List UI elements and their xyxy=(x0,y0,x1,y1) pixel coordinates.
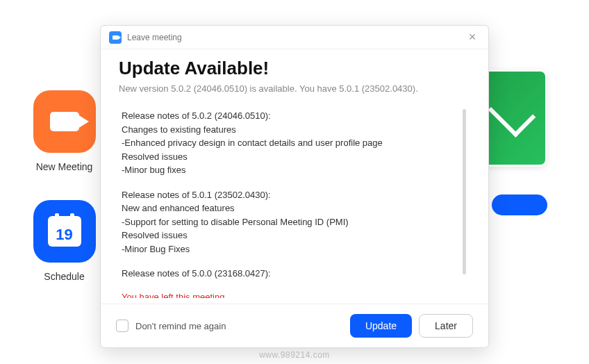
notes-line: Resolved issues xyxy=(122,150,458,164)
notes-line: -Minor Bug Fixes xyxy=(122,242,458,256)
video-icon xyxy=(33,90,96,153)
notes-line: -Support for setting to disable Personal… xyxy=(122,215,458,229)
main-window: New Meeting 19 Schedule Leave meeting × … xyxy=(0,0,589,364)
release-notes-block: Release notes of 5.0.0 (23168.0427): xyxy=(122,267,458,281)
zoom-icon xyxy=(109,31,122,44)
notes-header: Release notes of 5.0.2 (24046.0510): xyxy=(122,109,458,123)
release-notes-block: Release notes of 5.0.2 (24046.0510): Cha… xyxy=(122,109,458,177)
calendar-icon: 19 xyxy=(33,200,96,263)
dont-remind-label: Don't remind me again xyxy=(135,321,343,331)
dialog-footer: Don't remind me again Update Later xyxy=(101,304,488,347)
notes-line: -Minor bug fixes xyxy=(122,163,458,177)
update-dialog: Leave meeting × Update Available! New ve… xyxy=(100,25,489,348)
titlebar-text: Leave meeting xyxy=(127,33,459,42)
new-meeting-tile[interactable]: New Meeting xyxy=(21,90,108,172)
tile-label: New Meeting xyxy=(36,161,93,172)
close-icon[interactable]: × xyxy=(465,30,480,44)
notes-header: Release notes of 5.0.1 (23502.0430): xyxy=(122,188,458,202)
notes-header: Release notes of 5.0.0 (23168.0427): xyxy=(122,267,458,281)
dialog-body: Update Available! New version 5.0.2 (240… xyxy=(101,49,488,304)
titlebar: Leave meeting × xyxy=(101,26,488,49)
dialog-heading: Update Available! xyxy=(119,58,470,79)
update-button[interactable]: Update xyxy=(350,314,412,338)
schedule-tile[interactable]: 19 Schedule xyxy=(21,200,108,282)
notes-line: Resolved issues xyxy=(122,229,458,242)
notes-line: Changes to existing features xyxy=(122,123,458,137)
later-button[interactable]: Later xyxy=(419,314,473,338)
notes-line: -Enhanced privacy design in contact deta… xyxy=(122,136,458,150)
dialog-subheading: New version 5.0.2 (24046.0510) is availa… xyxy=(119,83,470,94)
blue-pill[interactable] xyxy=(492,195,547,215)
watermark: www.989214.com xyxy=(259,350,330,360)
notes-line: New and enhanced features xyxy=(122,201,458,215)
left-meeting-message: You have left this meeting. xyxy=(122,292,458,299)
release-notes-scroll[interactable]: Release notes of 5.0.2 (24046.0510): Cha… xyxy=(119,104,470,298)
dont-remind-checkbox[interactable] xyxy=(116,320,128,332)
tile-label: Schedule xyxy=(44,271,84,282)
release-notes-block: Release notes of 5.0.1 (23502.0430): New… xyxy=(122,188,458,256)
